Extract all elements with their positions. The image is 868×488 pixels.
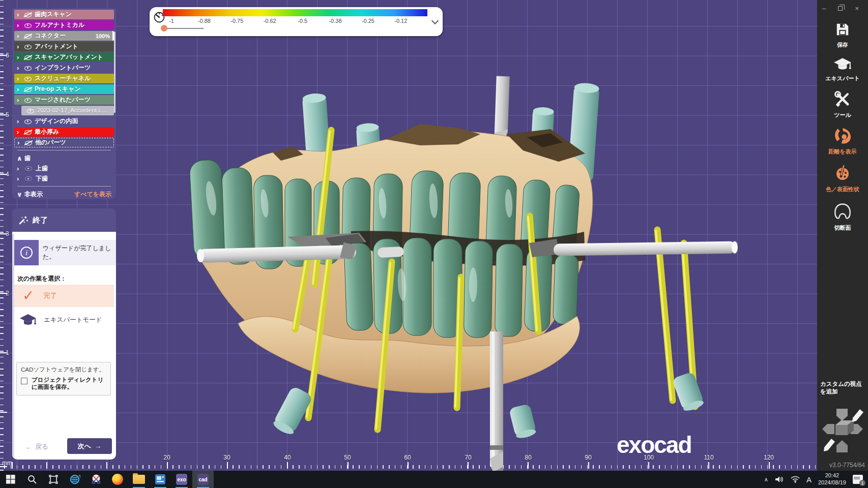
layer-row[interactable]: › スキャンアバットメント bbox=[14, 52, 114, 62]
notification-icon[interactable]: 1 bbox=[853, 475, 863, 484]
layer-row[interactable]: › アバットメント bbox=[14, 42, 114, 51]
visibility-eye-icon[interactable] bbox=[24, 22, 32, 29]
chevron-right-icon[interactable]: › bbox=[17, 54, 21, 60]
layer-row[interactable]: › スクリューチャネル bbox=[14, 74, 114, 83]
tool-save[interactable]: 保存 bbox=[817, 22, 868, 49]
chevron-right-icon[interactable]: › bbox=[17, 22, 21, 28]
layer-row[interactable]: › インプラントパーツ bbox=[14, 63, 114, 73]
tool-show-distance-label: 距離を表示 bbox=[817, 148, 868, 156]
firefox-button[interactable] bbox=[107, 471, 128, 488]
view-orientation-cube[interactable] bbox=[821, 403, 864, 453]
colorbar-slider-track[interactable] bbox=[163, 28, 204, 29]
visibility-eye-icon[interactable] bbox=[24, 75, 32, 82]
visibility-eye-icon[interactable] bbox=[24, 97, 32, 104]
collapse-chevron-icon[interactable] bbox=[431, 17, 439, 24]
chevron-up-icon[interactable]: ∧ bbox=[17, 155, 21, 162]
search-button[interactable] bbox=[21, 471, 43, 488]
chevron-right-icon[interactable]: › bbox=[17, 33, 21, 39]
chevron-right-icon[interactable]: › bbox=[17, 11, 21, 18]
snipping-tool-button[interactable] bbox=[85, 471, 107, 488]
app-button[interactable] bbox=[150, 471, 171, 488]
option-finish[interactable]: ✓ 完了 bbox=[14, 285, 114, 307]
graduation-cap-icon bbox=[833, 57, 852, 71]
chevron-right-icon[interactable]: › bbox=[17, 139, 22, 146]
chevron-right-icon[interactable]: › bbox=[17, 129, 21, 135]
chevron-right-icon[interactable]: › bbox=[17, 43, 21, 50]
chevron-down-icon[interactable]: ∨ bbox=[17, 191, 21, 198]
palette-icon bbox=[834, 164, 851, 181]
chevron-right-icon[interactable]: › bbox=[17, 75, 21, 82]
layer-row[interactable]: › 他のパーツ bbox=[14, 138, 114, 147]
tool-color-surface[interactable]: 色／表面性状 bbox=[817, 164, 868, 193]
visibility-eye-icon[interactable] bbox=[24, 43, 32, 50]
visibility-eye-icon[interactable] bbox=[24, 118, 32, 125]
chevron-right-icon[interactable]: › bbox=[17, 65, 21, 71]
layer-row[interactable]: › デザインの内面 bbox=[14, 116, 114, 126]
wifi-icon[interactable] bbox=[791, 476, 800, 483]
3d-viewport[interactable]: 2030405060708090100110120 654321 mm bbox=[0, 0, 817, 471]
visibility-eye-icon[interactable] bbox=[24, 165, 33, 172]
internet-explorer-button[interactable] bbox=[64, 471, 85, 488]
layer-row[interactable]: › Pre-op スキャン bbox=[14, 84, 114, 94]
arrow-left-icon: ← bbox=[25, 443, 32, 451]
tool-show-distance[interactable]: 距離を表示 bbox=[817, 128, 868, 156]
layer-rows: › 歯肉スキャン › フルアナトミカル › コネクター 100% › bbox=[14, 10, 114, 147]
layer-row[interactable]: › マージされたパーツ bbox=[14, 95, 114, 105]
option-expert-label: エキスパートモード bbox=[44, 316, 102, 324]
option-expert-mode[interactable]: エキスパートモード bbox=[14, 309, 114, 330]
file-explorer-button[interactable] bbox=[128, 471, 150, 488]
visibility-eye-icon[interactable] bbox=[24, 86, 32, 93]
upper-teeth-row[interactable]: › 上歯 bbox=[14, 163, 114, 173]
chevron-right-icon[interactable]: › bbox=[17, 175, 21, 182]
chevron-right-icon[interactable]: › bbox=[17, 97, 21, 103]
tool-expert[interactable]: エキスパート bbox=[817, 57, 868, 82]
restore-button[interactable] bbox=[838, 6, 843, 11]
lower-teeth-row[interactable]: › 下歯 bbox=[14, 173, 114, 184]
tool-cross-section[interactable]: 切断面 bbox=[817, 202, 868, 232]
visibility-eye-icon[interactable] bbox=[24, 33, 32, 40]
windows-logo-icon bbox=[6, 475, 15, 484]
colorbar-slider-handle[interactable] bbox=[161, 25, 167, 32]
teeth-section-header[interactable]: ∧ 歯 bbox=[14, 153, 114, 163]
next-button[interactable]: 次へ → bbox=[67, 438, 112, 454]
chevron-right-icon[interactable]: › bbox=[17, 86, 21, 93]
show-all-link[interactable]: すべてを表示 bbox=[74, 190, 111, 199]
visibility-eye-icon[interactable] bbox=[24, 139, 33, 146]
wizard-scrollbar[interactable] bbox=[12, 234, 14, 456]
save-screenshot-checkbox[interactable] bbox=[21, 378, 27, 384]
exo-app-button[interactable]: exo bbox=[171, 471, 192, 488]
task-view-button[interactable] bbox=[43, 471, 64, 488]
tool-tools[interactable]: ツール bbox=[817, 91, 868, 119]
colorbar-tick-label: -0.75 bbox=[230, 18, 243, 24]
minimize-button[interactable]: – bbox=[822, 5, 826, 12]
teeth-highlights bbox=[204, 180, 513, 219]
layer-row[interactable]: › フルアナトミカル bbox=[14, 20, 114, 30]
visibility-eye-icon[interactable] bbox=[24, 11, 32, 18]
visibility-eye-icon[interactable] bbox=[24, 175, 33, 182]
speaker-icon[interactable] bbox=[775, 475, 784, 483]
tray-expand-chevron-icon[interactable]: ∧ bbox=[764, 476, 768, 483]
back-button[interactable]: ← 戻る bbox=[25, 442, 48, 451]
layer-row[interactable]: › 最小厚み bbox=[14, 127, 114, 137]
visibility-eye-icon[interactable] bbox=[26, 107, 35, 114]
layer-row[interactable]: › 2023-02-17_Accordent.Lab-安部悦.. bbox=[21, 106, 114, 115]
close-button[interactable]: × bbox=[855, 5, 859, 12]
layer-panel-scrollbar[interactable] bbox=[114, 32, 115, 113]
visibility-eye-icon[interactable] bbox=[24, 129, 32, 136]
layer-row[interactable]: › コネクター 100% bbox=[14, 31, 114, 41]
start-button[interactable] bbox=[0, 471, 21, 488]
chevron-right-icon[interactable]: › bbox=[17, 118, 21, 125]
layer-value: 100% bbox=[96, 33, 110, 39]
visibility-eye-icon[interactable] bbox=[24, 65, 32, 72]
layer-row[interactable]: › 歯肉スキャン bbox=[14, 10, 114, 19]
ime-indicator[interactable]: A bbox=[806, 475, 812, 484]
chevron-right-icon[interactable]: › bbox=[17, 165, 21, 172]
clock[interactable]: 20:42 2024/08/19 bbox=[818, 472, 846, 486]
window-controls: – × bbox=[817, 0, 868, 13]
bottom-cylinders bbox=[271, 371, 705, 440]
ruler-label: 20 bbox=[163, 454, 170, 461]
cad-app-button[interactable]: cad bbox=[192, 471, 214, 488]
layer-label: 他のパーツ bbox=[35, 138, 66, 147]
visibility-eye-icon[interactable] bbox=[24, 54, 32, 61]
internet-explorer-icon bbox=[69, 474, 80, 485]
